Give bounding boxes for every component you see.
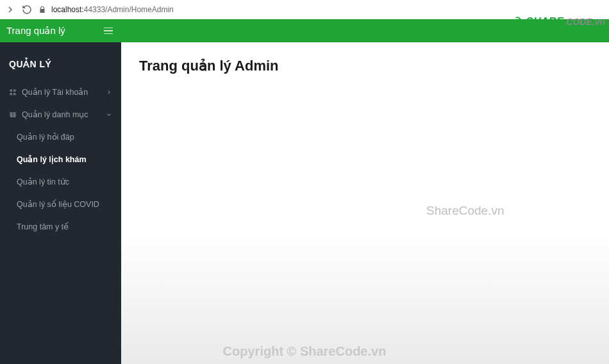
sidebar-sub-center[interactable]: Trung tâm y tế <box>0 215 121 238</box>
grid-icon <box>9 88 17 96</box>
hamburger-icon[interactable] <box>104 28 113 35</box>
sidebar-item-label: Quản lý danh mục <box>22 110 88 119</box>
main-content: Trang quản lý Admin <box>121 42 609 364</box>
lock-icon <box>38 6 46 13</box>
chevron-right-icon <box>106 89 112 95</box>
url-port: 44333 <box>84 5 105 14</box>
url-host: localhost: <box>51 5 84 14</box>
svg-rect-3 <box>13 93 16 95</box>
svg-rect-2 <box>10 93 13 95</box>
sidebar-sub-qa[interactable]: Quản lý hỏi đáp <box>0 126 121 148</box>
url-path: /Admin/HomeAdmin <box>105 5 174 14</box>
sidebar-title: QUẢN LÝ <box>0 54 121 81</box>
app-header: Trang quản lý <box>0 19 609 42</box>
book-icon <box>9 111 17 119</box>
svg-rect-0 <box>10 89 13 92</box>
sidebar-item-categories[interactable]: Quản lý danh mục <box>0 103 121 126</box>
sidebar-item-accounts[interactable]: Quản lý Tài khoản <box>0 81 121 103</box>
address-bar[interactable]: localhost:44333/Admin/HomeAdmin <box>38 5 174 14</box>
sidebar-item-label: Quản lý Tài khoản <box>22 87 88 97</box>
brand-title[interactable]: Trang quản lý <box>6 25 65 37</box>
chevron-down-icon <box>106 112 112 118</box>
sidebar-sub-news[interactable]: Quản lý tin tức <box>0 170 121 193</box>
forward-icon[interactable] <box>5 4 15 15</box>
svg-rect-1 <box>13 89 16 92</box>
sidebar: QUẢN LÝ Quản lý Tài khoản Quản lý danh m… <box>0 42 121 364</box>
page-title: Trang quản lý Admin <box>139 58 591 74</box>
reload-icon[interactable] <box>22 4 32 15</box>
sidebar-sub-covid[interactable]: Quản lý số liệu COVID <box>0 193 121 215</box>
browser-bar: localhost:44333/Admin/HomeAdmin <box>0 0 609 19</box>
sidebar-sub-schedule[interactable]: Quản lý lịch khám <box>0 148 121 170</box>
